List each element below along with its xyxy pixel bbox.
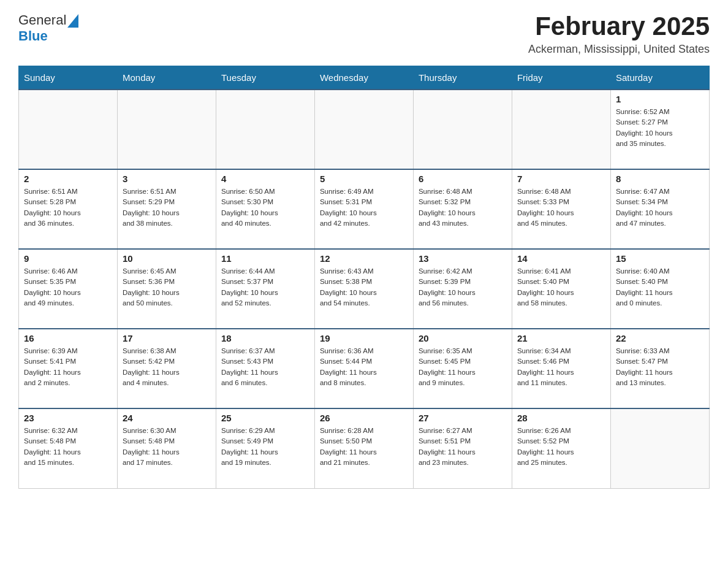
week-row-4: 16Sunrise: 6:39 AM Sunset: 5:41 PM Dayli… <box>19 329 710 408</box>
calendar-cell: 26Sunrise: 6:28 AM Sunset: 5:50 PM Dayli… <box>314 408 413 488</box>
day-info: Sunrise: 6:38 AM Sunset: 5:42 PM Dayligh… <box>123 346 211 388</box>
calendar-cell: 28Sunrise: 6:26 AM Sunset: 5:52 PM Dayli… <box>512 408 610 488</box>
day-number: 6 <box>419 174 507 184</box>
calendar-header-row: Sunday Monday Tuesday Wednesday Thursday… <box>19 66 710 90</box>
calendar-cell: 15Sunrise: 6:40 AM Sunset: 5:40 PM Dayli… <box>610 249 709 329</box>
day-info: Sunrise: 6:45 AM Sunset: 5:36 PM Dayligh… <box>123 266 211 308</box>
day-number: 10 <box>123 253 211 264</box>
day-number: 20 <box>419 333 507 343</box>
calendar-cell: 27Sunrise: 6:27 AM Sunset: 5:51 PM Dayli… <box>413 408 512 488</box>
day-number: 23 <box>24 413 112 423</box>
day-info: Sunrise: 6:28 AM Sunset: 5:50 PM Dayligh… <box>320 426 408 468</box>
title-section: February 2025 Ackerman, Mississippi, Uni… <box>528 12 710 56</box>
day-number: 18 <box>221 333 309 343</box>
day-number: 2 <box>24 174 112 184</box>
calendar-cell: 21Sunrise: 6:34 AM Sunset: 5:46 PM Dayli… <box>512 329 610 408</box>
day-info: Sunrise: 6:43 AM Sunset: 5:38 PM Dayligh… <box>320 266 408 308</box>
calendar-cell: 9Sunrise: 6:46 AM Sunset: 5:35 PM Daylig… <box>19 249 118 329</box>
day-number: 24 <box>123 413 211 423</box>
calendar-cell: 6Sunrise: 6:48 AM Sunset: 5:32 PM Daylig… <box>413 169 512 249</box>
calendar-cell: 18Sunrise: 6:37 AM Sunset: 5:43 PM Dayli… <box>216 329 314 408</box>
col-sunday: Sunday <box>19 66 118 90</box>
day-number: 27 <box>419 413 507 423</box>
calendar-cell: 5Sunrise: 6:49 AM Sunset: 5:31 PM Daylig… <box>314 169 413 249</box>
day-number: 19 <box>320 333 408 343</box>
page-header: General Blue February 2025 Ackerman, Mis… <box>18 12 710 56</box>
day-number: 7 <box>517 174 605 184</box>
day-number: 26 <box>320 413 408 423</box>
week-row-3: 9Sunrise: 6:46 AM Sunset: 5:35 PM Daylig… <box>19 249 710 329</box>
calendar-cell: 10Sunrise: 6:45 AM Sunset: 5:36 PM Dayli… <box>117 249 216 329</box>
calendar-cell: 20Sunrise: 6:35 AM Sunset: 5:45 PM Dayli… <box>413 329 512 408</box>
logo-text-blue: Blue <box>18 28 48 44</box>
day-info: Sunrise: 6:29 AM Sunset: 5:49 PM Dayligh… <box>221 426 309 468</box>
day-number: 5 <box>320 174 408 184</box>
day-number: 21 <box>517 333 605 343</box>
day-number: 25 <box>221 413 309 423</box>
week-row-5: 23Sunrise: 6:32 AM Sunset: 5:48 PM Dayli… <box>19 408 710 488</box>
day-info: Sunrise: 6:47 AM Sunset: 5:34 PM Dayligh… <box>616 186 704 229</box>
week-row-2: 2Sunrise: 6:51 AM Sunset: 5:28 PM Daylig… <box>19 169 710 249</box>
day-number: 22 <box>616 333 704 343</box>
day-number: 17 <box>123 333 211 343</box>
day-number: 4 <box>221 174 309 184</box>
day-info: Sunrise: 6:32 AM Sunset: 5:48 PM Dayligh… <box>24 426 112 468</box>
week-row-1: 1Sunrise: 6:52 AM Sunset: 5:27 PM Daylig… <box>19 90 710 169</box>
day-number: 9 <box>24 253 112 264</box>
col-tuesday: Tuesday <box>216 66 314 90</box>
day-info: Sunrise: 6:35 AM Sunset: 5:45 PM Dayligh… <box>419 346 507 388</box>
day-info: Sunrise: 6:51 AM Sunset: 5:29 PM Dayligh… <box>123 186 211 229</box>
col-friday: Friday <box>512 66 610 90</box>
calendar-cell: 17Sunrise: 6:38 AM Sunset: 5:42 PM Dayli… <box>117 329 216 408</box>
day-info: Sunrise: 6:26 AM Sunset: 5:52 PM Dayligh… <box>517 426 605 468</box>
day-info: Sunrise: 6:41 AM Sunset: 5:40 PM Dayligh… <box>517 266 605 308</box>
calendar-cell: 25Sunrise: 6:29 AM Sunset: 5:49 PM Dayli… <box>216 408 314 488</box>
col-monday: Monday <box>117 66 216 90</box>
col-saturday: Saturday <box>610 66 709 90</box>
location-title: Ackerman, Mississippi, United States <box>528 43 710 56</box>
logo-triangle-icon <box>67 14 78 28</box>
day-number: 1 <box>616 94 704 104</box>
calendar-cell: 13Sunrise: 6:42 AM Sunset: 5:39 PM Dayli… <box>413 249 512 329</box>
calendar-cell: 22Sunrise: 6:33 AM Sunset: 5:47 PM Dayli… <box>610 329 709 408</box>
calendar-cell <box>512 90 610 169</box>
day-number: 8 <box>616 174 704 184</box>
day-info: Sunrise: 6:27 AM Sunset: 5:51 PM Dayligh… <box>419 426 507 468</box>
day-number: 28 <box>517 413 605 423</box>
calendar-cell: 16Sunrise: 6:39 AM Sunset: 5:41 PM Dayli… <box>19 329 118 408</box>
day-number: 13 <box>419 253 507 264</box>
day-number: 16 <box>24 333 112 343</box>
calendar-cell: 11Sunrise: 6:44 AM Sunset: 5:37 PM Dayli… <box>216 249 314 329</box>
day-info: Sunrise: 6:46 AM Sunset: 5:35 PM Dayligh… <box>24 266 112 308</box>
day-info: Sunrise: 6:51 AM Sunset: 5:28 PM Dayligh… <box>24 186 112 229</box>
logo: General Blue <box>18 12 78 44</box>
day-number: 12 <box>320 253 408 264</box>
calendar-cell <box>413 90 512 169</box>
day-info: Sunrise: 6:50 AM Sunset: 5:30 PM Dayligh… <box>221 186 309 229</box>
day-info: Sunrise: 6:52 AM Sunset: 5:27 PM Dayligh… <box>616 107 704 149</box>
day-info: Sunrise: 6:40 AM Sunset: 5:40 PM Dayligh… <box>616 266 704 308</box>
calendar-table: Sunday Monday Tuesday Wednesday Thursday… <box>18 66 710 489</box>
calendar-cell <box>314 90 413 169</box>
day-info: Sunrise: 6:34 AM Sunset: 5:46 PM Dayligh… <box>517 346 605 388</box>
logo-text-general: General <box>18 12 66 28</box>
calendar-cell <box>216 90 314 169</box>
calendar-cell: 19Sunrise: 6:36 AM Sunset: 5:44 PM Dayli… <box>314 329 413 408</box>
calendar-cell: 1Sunrise: 6:52 AM Sunset: 5:27 PM Daylig… <box>610 90 709 169</box>
day-number: 3 <box>123 174 211 184</box>
day-info: Sunrise: 6:36 AM Sunset: 5:44 PM Dayligh… <box>320 346 408 388</box>
calendar-cell <box>610 408 709 488</box>
day-number: 15 <box>616 253 704 264</box>
day-info: Sunrise: 6:39 AM Sunset: 5:41 PM Dayligh… <box>24 346 112 388</box>
col-thursday: Thursday <box>413 66 512 90</box>
day-info: Sunrise: 6:37 AM Sunset: 5:43 PM Dayligh… <box>221 346 309 388</box>
calendar-cell: 2Sunrise: 6:51 AM Sunset: 5:28 PM Daylig… <box>19 169 118 249</box>
day-info: Sunrise: 6:33 AM Sunset: 5:47 PM Dayligh… <box>616 346 704 388</box>
day-info: Sunrise: 6:42 AM Sunset: 5:39 PM Dayligh… <box>419 266 507 308</box>
day-info: Sunrise: 6:49 AM Sunset: 5:31 PM Dayligh… <box>320 186 408 229</box>
calendar-cell: 23Sunrise: 6:32 AM Sunset: 5:48 PM Dayli… <box>19 408 118 488</box>
calendar-cell <box>19 90 118 169</box>
col-wednesday: Wednesday <box>314 66 413 90</box>
day-info: Sunrise: 6:30 AM Sunset: 5:48 PM Dayligh… <box>123 426 211 468</box>
calendar-cell: 14Sunrise: 6:41 AM Sunset: 5:40 PM Dayli… <box>512 249 610 329</box>
